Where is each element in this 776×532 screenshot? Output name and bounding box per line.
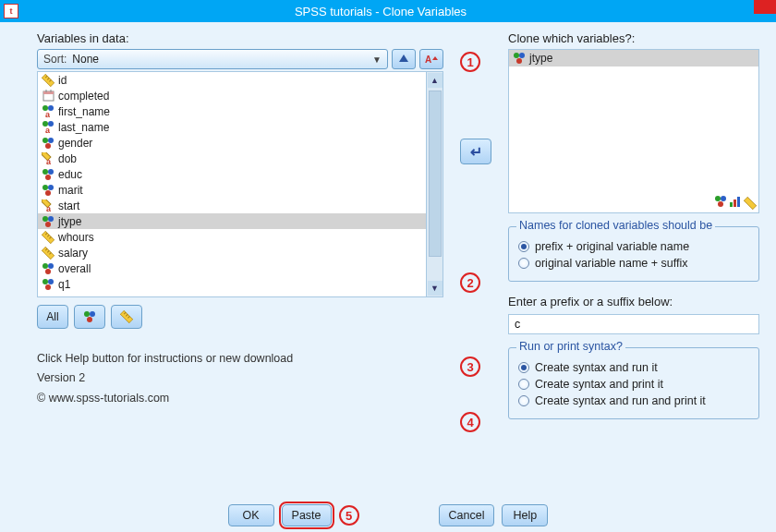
svg-point-59 [718, 201, 723, 207]
list-item[interactable]: completed [38, 88, 426, 103]
callout-1: 1 [460, 52, 480, 72]
paste-button[interactable]: Paste [282, 504, 332, 526]
callout-4: 4 [460, 412, 480, 432]
variable-name: overall [58, 262, 91, 275]
svg-point-31 [48, 216, 54, 222]
scrollbar[interactable]: ▲ ▼ [426, 72, 443, 296]
svg-text:A: A [425, 54, 431, 65]
filter-scale-button[interactable] [111, 305, 142, 329]
list-item[interactable]: educ [38, 166, 426, 182]
svg-point-41 [42, 263, 48, 269]
svg-point-26 [48, 185, 54, 190]
svg-rect-33 [42, 230, 55, 243]
sort-asc-button[interactable] [392, 49, 416, 69]
svg-point-17 [42, 138, 48, 143]
sort-dropdown[interactable]: Sort: None ▼ [37, 49, 388, 69]
filter-all-button[interactable]: All [37, 305, 68, 329]
svg-rect-3 [42, 73, 55, 86]
list-item[interactable]: alast_name [38, 119, 426, 135]
variable-name: last_name [58, 121, 109, 134]
variable-name: educ [58, 168, 82, 181]
calendar-icon [42, 90, 55, 103]
svg-rect-63 [744, 197, 757, 210]
svg-point-49 [87, 317, 92, 322]
radio-icon [518, 379, 529, 390]
scale-a-icon: a [42, 200, 55, 212]
filter-nominal-button[interactable] [74, 305, 105, 329]
run-group: Run or print syntax? Create syntax and r… [508, 347, 759, 419]
variables-list[interactable]: idcompletedafirst_namealast_namegenderad… [37, 71, 443, 297]
sort-desc-button[interactable]: A [419, 49, 443, 69]
callout-3: 3 [460, 357, 480, 377]
svg-point-54 [514, 53, 519, 58]
scroll-thumb[interactable] [429, 91, 442, 257]
list-item[interactable]: q1 [38, 276, 426, 292]
variable-name: first_name [58, 105, 110, 118]
variable-name: completed [58, 90, 109, 103]
nominal-icon [42, 262, 55, 275]
clone-list[interactable]: jtype [508, 49, 759, 213]
scale-a-icon: a [42, 152, 55, 165]
naming-legend: Names for cloned variables should be [516, 219, 715, 232]
scroll-up-icon[interactable]: ▲ [428, 73, 443, 88]
list-item[interactable]: whours [38, 229, 426, 245]
svg-point-58 [721, 196, 726, 201]
svg-rect-50 [120, 310, 133, 323]
copyright-text: © www.spss-tutorials.com [37, 389, 443, 408]
list-item[interactable]: astart [38, 198, 426, 213]
radio-suffix-label: original variable name + suffix [535, 257, 688, 270]
radio-run[interactable]: Create syntax and run it [518, 361, 749, 374]
title-bar: t SPSS tutorials - Clone Variables [0, 0, 776, 22]
svg-point-47 [84, 311, 90, 317]
list-item[interactable]: overall [38, 260, 426, 276]
svg-point-43 [45, 269, 51, 274]
svg-point-45 [48, 279, 54, 284]
nominal-icon [513, 52, 526, 65]
variable-name: q1 [58, 278, 70, 291]
cancel-button[interactable]: Cancel [439, 504, 495, 526]
svg-point-57 [715, 196, 721, 201]
svg-point-27 [45, 190, 51, 196]
measure-nominal-icon [714, 195, 727, 211]
svg-text:a: a [45, 126, 51, 134]
list-item[interactable]: gender [38, 135, 426, 151]
svg-point-32 [45, 222, 51, 227]
nominal-icon [42, 168, 55, 181]
svg-point-19 [45, 143, 51, 149]
radio-icon [518, 395, 529, 406]
run-legend: Run or print syntax? [516, 340, 625, 353]
radio-suffix[interactable]: original variable name + suffix [518, 257, 749, 270]
list-item[interactable]: jtype [38, 213, 426, 229]
svg-text:a: a [46, 157, 52, 165]
radio-both[interactable]: Create syntax and run and print it [518, 394, 749, 407]
list-item[interactable]: marit [38, 182, 426, 198]
variable-name: jtype [529, 52, 552, 65]
ok-button[interactable]: OK [228, 504, 274, 526]
callout-5: 5 [339, 505, 359, 526]
svg-point-23 [48, 169, 54, 175]
svg-rect-60 [730, 202, 733, 207]
scroll-down-icon[interactable]: ▼ [428, 281, 443, 296]
prefix-input[interactable] [508, 314, 759, 334]
close-icon[interactable] [754, 0, 776, 14]
variable-name: jtype [58, 215, 81, 228]
move-variable-button[interactable]: ↵ [460, 139, 491, 164]
list-item[interactable]: jtype [509, 50, 758, 66]
svg-marker-0 [399, 54, 408, 62]
ruler-icon [42, 247, 55, 260]
nominal-icon [42, 278, 55, 291]
list-item[interactable]: salary [38, 245, 426, 260]
nominal-a-icon: a [42, 105, 55, 118]
svg-point-24 [45, 175, 51, 180]
window-title: SPSS tutorials - Clone Variables [22, 5, 776, 18]
list-item[interactable]: adob [38, 151, 426, 166]
variable-name: marit [58, 184, 83, 197]
radio-print[interactable]: Create syntax and print it [518, 378, 749, 391]
ruler-icon [42, 74, 55, 87]
radio-prefix[interactable]: prefix + original variable name [518, 240, 749, 253]
help-button[interactable]: Help [502, 504, 548, 526]
list-item[interactable]: id [38, 72, 426, 88]
svg-point-55 [519, 53, 525, 58]
list-item[interactable]: afirst_name [38, 103, 426, 119]
svg-point-48 [90, 311, 95, 317]
